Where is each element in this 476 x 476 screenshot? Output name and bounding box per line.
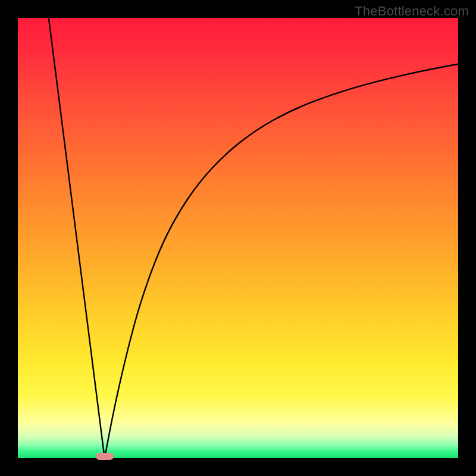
watermark-text: TheBottleneck.com — [355, 4, 469, 19]
plot-area — [18, 18, 458, 458]
left-slope-line — [49, 18, 105, 458]
bottleneck-marker — [96, 453, 114, 460]
chart-frame: TheBottleneck.com — [0, 0, 476, 476]
right-curve-line — [105, 64, 458, 458]
curve-layer — [18, 18, 458, 458]
